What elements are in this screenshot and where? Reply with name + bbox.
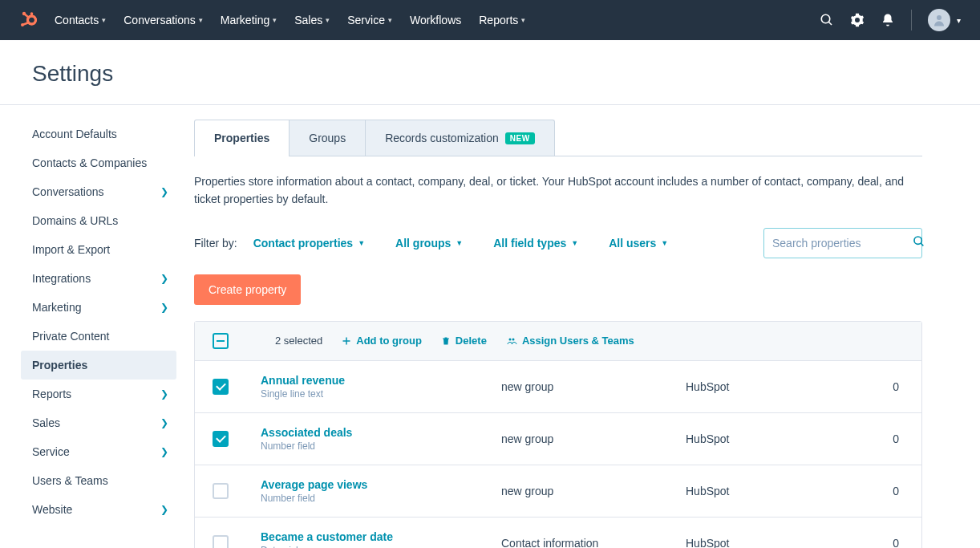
selected-count: 2 selected: [275, 335, 322, 347]
search-input-wrapper[interactable]: [763, 228, 922, 258]
tab-label: Records customization: [385, 132, 499, 144]
bell-icon[interactable]: [881, 13, 895, 27]
filter-label: All users: [609, 237, 656, 250]
row-checkbox[interactable]: [213, 483, 229, 499]
property-group: new group: [501, 380, 686, 393]
property-name[interactable]: Associated deals: [261, 426, 501, 439]
sidebar-item-label: Service: [32, 445, 70, 458]
tab-properties[interactable]: Properties: [194, 120, 290, 156]
nav-item-conversations[interactable]: Conversations▾: [124, 14, 203, 26]
nav-label: Workflows: [410, 14, 461, 26]
property-group: new group: [501, 485, 686, 497]
hubspot-logo[interactable]: [19, 10, 38, 30]
svg-point-10: [914, 237, 921, 244]
property-count: 0: [838, 432, 904, 445]
search-icon[interactable]: [820, 13, 834, 27]
property-name[interactable]: Average page views: [261, 478, 501, 491]
nav-item-contacts[interactable]: Contacts▾: [55, 14, 106, 26]
sidebar-item-label: Users & Teams: [32, 474, 108, 487]
property-type: Number field: [261, 440, 501, 452]
nav-label: Reports: [479, 14, 518, 26]
property-group: new group: [501, 432, 686, 445]
add-to-group-label: Add to group: [356, 335, 422, 347]
filter-all-field-types[interactable]: All field types▼: [493, 237, 578, 250]
select-all-checkbox[interactable]: [213, 333, 229, 349]
caret-down-icon: ▼: [456, 239, 463, 247]
settings-sidebar: Account DefaultsContacts & CompaniesConv…: [0, 105, 184, 548]
nav-item-sales[interactable]: Sales▾: [294, 14, 330, 26]
add-to-group-button[interactable]: Add to group: [342, 335, 422, 347]
sidebar-item-account-defaults[interactable]: Account Defaults: [0, 120, 184, 148]
chevron-right-icon: ❯: [160, 186, 168, 197]
row-checkbox[interactable]: [213, 535, 229, 548]
create-property-button[interactable]: Create property: [194, 274, 301, 305]
filter-all-users[interactable]: All users▼: [609, 237, 668, 250]
sidebar-item-label: Reports: [32, 388, 71, 400]
sidebar-item-contacts-companies[interactable]: Contacts & Companies: [0, 148, 184, 177]
filter-all-groups[interactable]: All groups▼: [395, 237, 463, 250]
property-creator: HubSpot: [686, 537, 838, 548]
bulk-toolbar: 2 selected Add to group Delete Assign Us…: [195, 322, 921, 361]
delete-button[interactable]: Delete: [441, 335, 487, 347]
sidebar-item-properties[interactable]: Properties: [21, 351, 176, 380]
sidebar-item-label: Contacts & Companies: [32, 156, 147, 169]
sidebar-item-reports[interactable]: Reports❯: [0, 380, 184, 408]
sidebar-item-private-content[interactable]: Private Content: [0, 322, 184, 351]
sidebar-item-label: Domains & URLs: [32, 214, 118, 227]
nav-item-reports[interactable]: Reports▾: [479, 14, 525, 26]
property-count: 0: [838, 537, 904, 548]
sidebar-item-service[interactable]: Service❯: [0, 437, 184, 466]
nav-right: ▾: [820, 9, 961, 31]
table-row: Annual revenueSingle line textnew groupH…: [195, 361, 921, 413]
row-checkbox[interactable]: [213, 379, 229, 395]
search-input[interactable]: [772, 237, 913, 250]
sidebar-item-label: Private Content: [32, 330, 110, 343]
account-menu[interactable]: ▾: [928, 9, 961, 31]
chevron-right-icon: ❯: [160, 302, 168, 313]
gear-icon[interactable]: [850, 13, 865, 27]
property-name[interactable]: Annual revenue: [261, 374, 501, 387]
tabs: PropertiesGroupsRecords customizationNEW: [194, 120, 922, 156]
property-creator: HubSpot: [686, 380, 838, 393]
sidebar-item-label: Website: [32, 503, 72, 516]
property-count: 0: [838, 380, 904, 393]
row-checkbox[interactable]: [213, 431, 229, 447]
sidebar-item-conversations[interactable]: Conversations❯: [0, 177, 184, 206]
nav-item-marketing[interactable]: Marketing▾: [221, 14, 277, 26]
nav-item-service[interactable]: Service▾: [347, 14, 392, 26]
tab-groups[interactable]: Groups: [290, 120, 366, 156]
nav-label: Marketing: [221, 14, 269, 26]
chevron-down-icon: ▾: [388, 16, 392, 24]
divider: [911, 10, 912, 30]
svg-line-8: [828, 22, 832, 25]
table-row: Became a customer dateDate pickerContact…: [195, 518, 921, 548]
svg-point-9: [937, 15, 942, 20]
filter-label: Contact properties: [253, 237, 353, 250]
sidebar-item-import-export[interactable]: Import & Export: [0, 235, 184, 264]
sidebar-item-users-teams[interactable]: Users & Teams: [0, 466, 184, 495]
filter-contact-properties[interactable]: Contact properties▼: [253, 237, 365, 250]
nav-item-workflows[interactable]: Workflows: [410, 14, 461, 26]
property-creator: HubSpot: [686, 432, 838, 445]
sidebar-item-label: Sales: [32, 416, 60, 429]
description-text: Properties store information about a con…: [194, 156, 922, 228]
nav-label: Contacts: [55, 14, 99, 26]
sidebar-item-integrations[interactable]: Integrations❯: [0, 264, 184, 293]
filter-label: Filter by:: [194, 237, 237, 250]
nav-label: Service: [347, 14, 385, 26]
tab-records-customization[interactable]: Records customizationNEW: [366, 120, 554, 156]
sidebar-item-sales[interactable]: Sales❯: [0, 408, 184, 437]
table-row: Average page viewsNumber fieldnew groupH…: [195, 465, 921, 518]
sidebar-item-label: Marketing: [32, 301, 81, 314]
sidebar-item-domains-urls[interactable]: Domains & URLs: [0, 206, 184, 235]
chevron-right-icon: ❯: [160, 417, 168, 428]
filter-label: All field types: [493, 237, 566, 250]
table-row: Associated dealsNumber fieldnew groupHub…: [195, 413, 921, 465]
chevron-right-icon: ❯: [160, 504, 168, 515]
sidebar-item-website[interactable]: Website❯: [0, 495, 184, 524]
assign-users-button[interactable]: Assign Users & Teams: [506, 335, 634, 347]
property-name[interactable]: Became a customer date: [261, 530, 501, 543]
chevron-down-icon: ▾: [102, 16, 106, 24]
sidebar-item-marketing[interactable]: Marketing❯: [0, 293, 184, 322]
properties-table: 2 selected Add to group Delete Assign Us…: [194, 321, 922, 548]
